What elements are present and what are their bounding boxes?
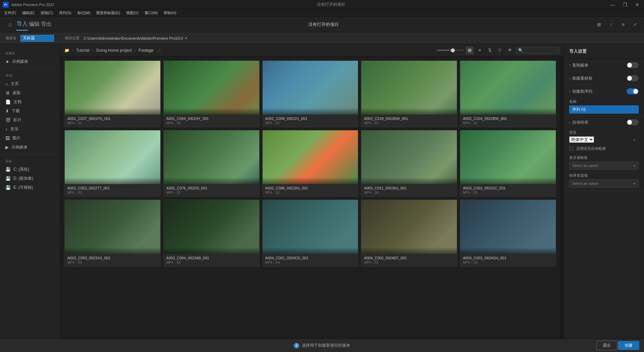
maximize-button[interactable]: ❐ [621,1,629,8]
sidebar-home-label: 主页 [11,81,19,87]
media-card-5[interactable]: A002_C052_0922T7_001MP4 - :02 [64,130,161,197]
media-name-10: A003_C093_0923XX_001 [67,256,158,260]
create-sequence-toggle[interactable] [627,88,639,94]
menu-view[interactable]: 视图(V) [123,10,141,16]
menu-markers[interactable]: 标记(M) [75,10,93,16]
sidebar-item-drive-d[interactable]: 💾 D: (新加卷) [0,174,60,183]
menu-edit[interactable]: 编辑(E) [19,10,37,16]
media-card-9[interactable]: A003_C092_09231C_001MP4 - :05 [460,130,556,197]
star-icon: ★ [5,59,9,64]
content-scrollbar[interactable] [560,56,564,339]
menu-window[interactable]: 窗口(W) [142,10,161,16]
media-card-12[interactable]: A004_C001_0924CD_001MP4 - :04 [262,200,359,266]
create-button[interactable]: 创建 [618,341,639,350]
search-input[interactable] [525,48,557,52]
breadcrumb-root[interactable]: 📁 [64,48,69,53]
sidebar-drive-e-label: E: (可移除) [13,185,33,190]
favorite-star-button[interactable]: ☆ [157,48,162,53]
filter-button[interactable]: ▽ [496,46,504,54]
breadcrumb-tutorial[interactable]: Tutorial [76,48,90,53]
sidebar-item-documents[interactable]: 📄 文档 [0,97,60,106]
media-card-0[interactable]: A001_C037_0921FG_001MP4 - :01 [64,60,161,127]
toolbar-icon-1[interactable]: ⊞ [594,20,604,29]
sidebar-item-example-media[interactable]: ★ 示例媒体 [0,57,60,66]
drive-c-icon: 💾 [5,167,11,172]
nav-export-button[interactable]: 导出 [40,18,52,31]
sidebar-item-drive-c[interactable]: 💾 C: (系统) [0,165,60,174]
media-card-14[interactable]: A004_C003_0924GH_001MP4 - :03 [460,200,556,266]
project-path-dropdown[interactable]: ▾ [185,36,187,40]
transcription-select[interactable]: Select an option [569,179,639,187]
media-card-10[interactable]: A003_C093_0923XX_001MP4 - :03 [64,200,161,266]
sidebar-pics-label: 图片 [12,135,20,141]
breadcrumb-going-home[interactable]: Going Home project [96,48,132,53]
toolbar-icon-3[interactable]: ≡ [619,20,628,29]
media-card-3[interactable]: A002_C018_0922BW_001MP4 - :07 [361,60,457,127]
list-view-button[interactable]: ≡ [476,46,484,54]
media-card-8[interactable]: A003_C021_0923NJ_001MP4 - :04 [361,130,457,197]
media-card-6[interactable]: A002_C076_09225I_001MP4 - :01 [163,130,260,197]
sidebar-item-downloads[interactable]: ⬇ 下载 [0,106,60,116]
panel-new-bin-header[interactable]: › 新建素材箱 [564,72,644,85]
project-path: C:\Users\Administrator\Documents\Adobe\P… [84,36,187,40]
sidebar-item-music[interactable]: ♪ 音乐 [0,125,60,134]
media-card-7[interactable]: A002_C086_09220G_001MP4 - :02 [262,130,359,197]
media-thumbnail-13 [361,200,457,254]
menu-clip[interactable]: 剪辑(C) [38,10,56,16]
toolbar-icon-4[interactable]: ✓ [631,20,640,29]
close-button[interactable]: ✕ [633,1,641,8]
content-area: 📁 › Tutorial › Going Home project › Foot… [60,44,564,339]
media-card-4[interactable]: A002_C018_0922BW_002MP4 - :01 [460,60,556,127]
thumbnail-slider-thumb[interactable] [451,48,455,52]
media-card-1[interactable]: A001_C064_09224Y_001MP4 - :02 [163,60,260,127]
media-card-2[interactable]: A002_C009_092221_001MP4 - :02 [262,60,359,127]
project-name-input[interactable] [20,35,54,42]
toolbar-icon-2[interactable]: ↑ [606,20,616,29]
sidebar-item-home[interactable]: ⌂ 主页 [0,79,60,88]
nav-import-button[interactable]: 导入 [16,18,28,31]
sidebar-item-movies[interactable]: 🎬 影片 [0,116,60,125]
media-name-8: A003_C021_0923NJ_001 [364,186,454,190]
copy-media-toggle[interactable] [627,62,639,68]
media-thumbnail-5 [65,130,160,184]
nav-home-button[interactable]: ⌂ [4,18,16,31]
app-name: Adobe Premiere Pro 2023 [11,3,54,7]
eye-button[interactable]: 👁 [506,46,514,54]
project-row: 项目名 项目位置 C:\Users\Administrator\Document… [0,32,644,44]
panel-section-create-sequence: › 创建新序列 名称 [564,85,644,116]
sequence-name-input[interactable] [569,105,639,114]
panel-copy-media-header[interactable]: › 复制媒体 [564,59,644,72]
media-card-11[interactable]: A003_C094_0923AB_001MP4 - :02 [163,200,260,266]
minimize-button[interactable]: — [608,1,617,8]
media-name-11: A003_C094_0923AB_001 [166,256,257,260]
menu-graphics[interactable]: 图形和标题(G) [94,10,123,16]
sidebar-item-sample-media[interactable]: ▶ 示例媒体 [0,143,60,152]
sort-button[interactable]: ⇅ [486,46,494,54]
panel-create-seq-arrow: › [569,90,570,93]
sidebar-item-desktop[interactable]: 🖥 桌面 [0,88,60,97]
auto-detect-checkbox[interactable] [569,146,574,151]
menu-file[interactable]: 文件(F) [1,10,19,16]
panel-auto-trans-header[interactable]: › 自动转录 [564,116,644,129]
title-bar-left: Pr Adobe Premiere Pro 2023 [3,2,54,8]
menu-sequence[interactable]: 序列(S) [56,10,74,16]
language-select[interactable]: 简体中文 English 日本語 [569,136,594,143]
breadcrumb-footage[interactable]: Footage [139,48,153,53]
grid-view-button[interactable]: ⊞ [466,46,474,54]
nav-edit-button[interactable]: 编辑 [28,18,40,31]
speech-select[interactable]: Select an option [569,162,639,170]
auto-trans-toggle[interactable] [627,119,639,125]
panel-title: 导入设置 [564,44,644,59]
menu-help[interactable]: 帮助(H) [161,10,179,16]
media-meta-2: MP4 - :02 [265,121,356,125]
play-icon: ▶ [5,145,9,150]
panel-create-seq-header[interactable]: › 创建新序列 [564,85,644,98]
sidebar-item-drive-e[interactable]: 💾 E: (可移除) [0,183,60,192]
new-bin-toggle[interactable] [627,75,639,81]
sidebar-item-pictures[interactable]: 🖼 图片 [0,134,60,143]
media-card-13[interactable]: A004_C002_0924EF_001MP4 - :01 [361,200,457,266]
media-thumbnail-0 [65,61,160,115]
media-name-5: A002_C052_0922T7_001 [67,186,158,190]
media-thumbnail-8 [361,130,457,184]
exit-button[interactable]: 退出 [596,341,617,350]
